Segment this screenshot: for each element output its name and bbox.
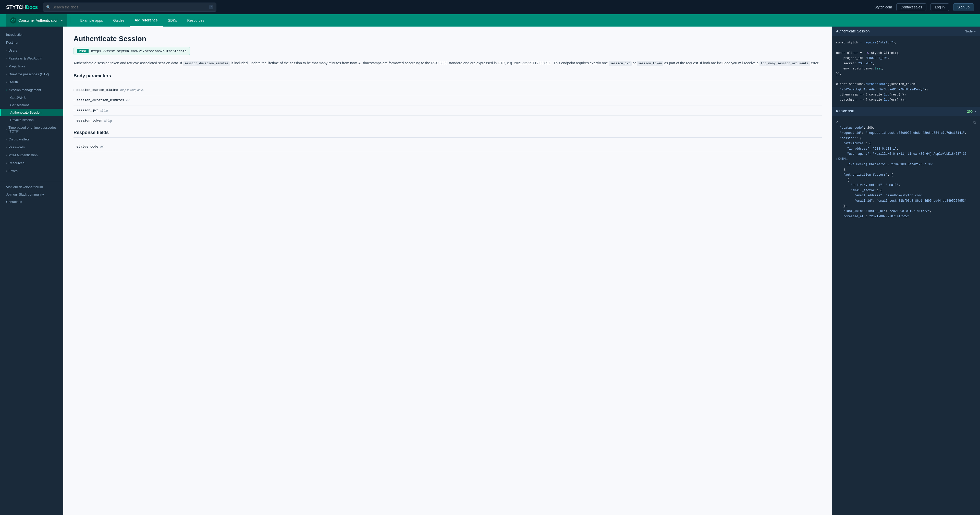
sidebar-footer: Visit our developer forum Join our Slack… bbox=[0, 181, 63, 207]
chevron-right-icon: › bbox=[73, 89, 74, 91]
param-header-jwt[interactable]: › session_jwt string bbox=[73, 108, 822, 112]
tab-sdks[interactable]: SDKs bbox=[163, 14, 182, 27]
context-switcher[interactable]: CA Consumer Authentication ▾ bbox=[6, 14, 67, 27]
sidebar-item-label: Postman bbox=[6, 41, 19, 45]
response-header: RESPONSE 200 ▾ bbox=[832, 107, 980, 116]
code-session-token: session_token bbox=[637, 61, 663, 66]
doc-content: Authenticate Session POST https://test.s… bbox=[63, 27, 832, 515]
param-session-duration-minutes: › session_duration_minutes int bbox=[73, 95, 822, 105]
sidebar-item-label: OAuth bbox=[8, 80, 18, 84]
language-label: Node bbox=[965, 29, 973, 33]
chevron-down-icon: ▾ bbox=[974, 29, 976, 33]
chevron-right-icon: › bbox=[6, 65, 7, 68]
dev-forum-link[interactable]: Visit our developer forum bbox=[0, 183, 63, 191]
chevron-right-icon: › bbox=[6, 57, 7, 60]
signup-button[interactable]: Sign up bbox=[953, 3, 974, 11]
chevron-right-icon: › bbox=[73, 119, 74, 122]
sidebar-item-label: M2M Authentication bbox=[8, 153, 38, 157]
sidebar-item-totp[interactable]: › Time-based one-time passcodes (TOTP) bbox=[0, 124, 63, 136]
chevron-right-icon: › bbox=[6, 49, 7, 52]
param-session-custom-claims: › session_custom_claims map<string, any> bbox=[73, 85, 822, 95]
param-name: status_code bbox=[76, 145, 98, 148]
sidebar-item-otp[interactable]: › One-time passcodes (OTP) bbox=[0, 70, 63, 78]
content-area: Authenticate Session POST https://test.s… bbox=[63, 27, 980, 515]
sidebar-subitem-authenticate-session[interactable]: Authenticate Session bbox=[0, 109, 63, 116]
response-fields-title: Response fields bbox=[73, 130, 822, 138]
login-button[interactable]: Log in bbox=[931, 3, 949, 11]
endpoint-url: https://test.stytch.com/v1/sessions/auth… bbox=[91, 49, 186, 53]
sidebar-item-introduction[interactable]: Introduction bbox=[0, 30, 63, 38]
logo-stytch: STYTCH bbox=[6, 4, 26, 10]
sidebar-item-magic-links[interactable]: › Magic links bbox=[0, 62, 63, 70]
sidebar-item-users[interactable]: › Users bbox=[0, 46, 63, 54]
search-input[interactable] bbox=[52, 5, 207, 9]
param-type: int bbox=[100, 145, 103, 148]
chevron-right-icon: › bbox=[6, 162, 7, 164]
sidebar-item-oauth[interactable]: › OAuth bbox=[0, 78, 63, 86]
search-icon: 🔍 bbox=[46, 5, 51, 9]
nav-right: Stytch.com Contact sales Log in Sign up bbox=[874, 3, 974, 11]
logo[interactable]: STYTCH Docs bbox=[6, 4, 38, 10]
sidebar-item-crypto-wallets[interactable]: › Crypto wallets bbox=[0, 136, 63, 143]
param-header-token[interactable]: › session_token string bbox=[73, 119, 822, 123]
top-navigation: STYTCH Docs 🔍 / Stytch.com Contact sales… bbox=[0, 0, 980, 14]
chevron-right-icon: › bbox=[6, 154, 7, 156]
sidebar-item-passkeys[interactable]: › Passkeys & WebAuthn bbox=[0, 54, 63, 62]
copy-icon[interactable]: ⧉ bbox=[974, 120, 976, 126]
param-type: string bbox=[100, 109, 108, 112]
language-selector[interactable]: Node ▾ bbox=[965, 29, 976, 33]
param-name: session_custom_claims bbox=[76, 88, 118, 92]
contact-sales-button[interactable]: Contact sales bbox=[896, 3, 927, 11]
slack-link[interactable]: Join our Slack community bbox=[0, 191, 63, 198]
sidebar: Introduction Postman › Users › Passkeys … bbox=[0, 27, 63, 515]
right-panel: Authenticate Session Node ▾ const stytch… bbox=[832, 27, 980, 515]
sidebar-subitem-revoke-session[interactable]: Revoke session bbox=[0, 116, 63, 124]
section-navigation: CA Consumer Authentication ▾ Example app… bbox=[0, 14, 980, 27]
param-session-jwt: › session_jwt string bbox=[73, 105, 822, 116]
endpoint-badge: POST https://test.stytch.com/v1/sessions… bbox=[73, 47, 190, 55]
sidebar-item-m2m[interactable]: › M2M Authentication bbox=[0, 151, 63, 159]
sidebar-item-label: Resources bbox=[8, 161, 24, 165]
sidebar-item-passwords[interactable]: › Passwords bbox=[0, 143, 63, 151]
chevron-right-icon: › bbox=[6, 81, 7, 83]
param-header-status-code[interactable]: › status_code int bbox=[73, 145, 822, 148]
sidebar-item-label: Errors bbox=[8, 169, 18, 173]
code-session-duration: session_duration_minutes bbox=[183, 61, 230, 66]
sidebar-item-postman[interactable]: Postman bbox=[0, 38, 63, 46]
sidebar-item-label: Passkeys & WebAuthn bbox=[8, 56, 42, 60]
param-type: string bbox=[104, 119, 112, 123]
context-label: Consumer Authentication bbox=[18, 18, 58, 22]
search-bar[interactable]: 🔍 / bbox=[43, 3, 216, 12]
sidebar-item-label: Users bbox=[8, 48, 17, 53]
chevron-down-icon[interactable]: ▾ bbox=[975, 110, 976, 113]
tab-resources[interactable]: Resources bbox=[182, 14, 210, 27]
chevron-right-icon: › bbox=[6, 146, 7, 148]
response-label: RESPONSE bbox=[836, 110, 854, 113]
sidebar-item-errors[interactable]: › Errors bbox=[0, 167, 63, 175]
tab-api-reference[interactable]: API reference bbox=[130, 14, 163, 27]
tab-example-apps[interactable]: Example apps bbox=[75, 14, 108, 27]
chevron-right-icon: › bbox=[73, 145, 74, 148]
code-session-jwt: session_jwt bbox=[609, 61, 632, 66]
sidebar-item-session-management[interactable]: ▾ Session management bbox=[0, 86, 63, 94]
stytch-home-link[interactable]: Stytch.com bbox=[874, 5, 892, 9]
param-type: map<string, any> bbox=[120, 88, 144, 92]
tab-guides[interactable]: Guides bbox=[108, 14, 129, 27]
sidebar-subitem-get-sessions[interactable]: Get sessions bbox=[0, 101, 63, 109]
sidebar-item-resources[interactable]: › Resources bbox=[0, 159, 63, 167]
sidebar-item-label: Session management bbox=[9, 88, 41, 92]
chevron-down-icon: ▾ bbox=[6, 89, 7, 91]
param-header-custom-claims[interactable]: › session_custom_claims map<string, any> bbox=[73, 88, 822, 92]
chevron-right-icon: › bbox=[73, 109, 74, 112]
body-params-title: Body parameters bbox=[73, 73, 822, 81]
sidebar-subitem-get-jwks[interactable]: Get JWKS bbox=[0, 94, 63, 101]
contact-link[interactable]: Contact us bbox=[0, 198, 63, 206]
sidebar-item-label: Crypto wallets bbox=[8, 137, 29, 141]
param-type: int bbox=[126, 99, 130, 102]
chevron-right-icon: › bbox=[6, 138, 7, 141]
sidebar-item-label: Introduction bbox=[6, 33, 24, 37]
param-session-token: › session_token string bbox=[73, 116, 822, 126]
param-header-duration[interactable]: › session_duration_minutes int bbox=[73, 98, 822, 102]
main-layout: Introduction Postman › Users › Passkeys … bbox=[0, 27, 980, 515]
context-avatar: CA bbox=[10, 18, 16, 24]
